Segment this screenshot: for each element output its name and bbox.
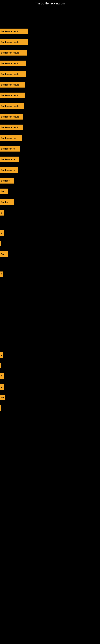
bar-row-24: |	[0, 363, 1, 368]
bar-row-23: B	[0, 352, 3, 358]
bottleneck-bar[interactable]: Bottleneck result	[0, 103, 24, 109]
bottleneck-bar[interactable]: B	[0, 384, 4, 390]
bar-label: Bottleneck result	[1, 105, 19, 107]
bar-row-9: Bottleneck result	[0, 114, 23, 120]
bar-row-14: Bottleneck re	[0, 167, 18, 173]
bar-label: B	[1, 354, 2, 356]
bar-label: Bottleneck result	[1, 126, 19, 128]
bar-row-18: B	[0, 210, 3, 216]
bar-row-8: Bottleneck result	[0, 103, 24, 109]
bar-label: Bottleneck result	[1, 62, 19, 64]
bottleneck-bar[interactable]: Bottleneck re	[0, 146, 20, 152]
bottleneck-bar[interactable]: Bottleneck result	[0, 28, 28, 34]
bottleneck-bar[interactable]: Bottleneck re	[0, 167, 18, 173]
bottleneck-bar[interactable]: |	[0, 241, 1, 246]
bottleneck-bar[interactable]: B	[0, 373, 3, 379]
bar-label: Bottlen	[1, 201, 8, 203]
bar-row-15: Bottlene	[0, 178, 14, 184]
bottleneck-bar[interactable]: |	[0, 363, 1, 368]
bar-label: |	[1, 407, 1, 409]
bottleneck-bar[interactable]: Bottleneck result	[0, 92, 25, 98]
bottleneck-bar[interactable]: B	[0, 272, 3, 277]
bottleneck-bar[interactable]: B	[0, 352, 3, 358]
bar-row-20: |	[0, 241, 1, 246]
bar-row-3: Bottleneck result	[0, 50, 27, 56]
bar-label: B	[1, 375, 2, 377]
bottleneck-bar[interactable]: Bottlene	[0, 178, 14, 184]
bar-row-12: Bottleneck re	[0, 146, 20, 152]
bar-label: B	[1, 232, 2, 234]
bar-label: Bottleneck re	[1, 158, 15, 160]
bar-label: Bo	[1, 396, 4, 399]
bar-label: Bottleneck result	[1, 116, 19, 118]
bottleneck-bar[interactable]: Bott	[0, 251, 8, 257]
bar-row-17: Bottlen	[0, 199, 14, 205]
bar-row-5: Bottleneck result	[0, 71, 26, 77]
bar-row-21: Bott	[0, 251, 8, 257]
bar-label: Bottleneck re	[1, 169, 15, 171]
bar-label: Bottleneck result	[1, 41, 19, 43]
bar-label: Bottlene	[1, 180, 10, 182]
bar-row-10: Bottleneck result	[0, 124, 23, 130]
bottleneck-bar[interactable]: Bottleneck result	[0, 82, 25, 88]
bar-row-27: Bo	[0, 395, 5, 400]
bar-row-13: Bottleneck re	[0, 156, 19, 162]
bottleneck-bar[interactable]: Bottleneck result	[0, 124, 23, 130]
bar-label: B	[1, 212, 2, 214]
bar-row-6: Bottleneck result	[0, 82, 25, 88]
bar-label: Bott	[1, 253, 5, 256]
bar-label: |	[1, 242, 1, 245]
bottleneck-bar[interactable]: Bottleneck result	[0, 71, 26, 77]
bar-row-19: B	[0, 230, 3, 236]
bar-label: Bottleneck result	[1, 52, 19, 54]
bottleneck-bar[interactable]: Bottleneck result	[0, 39, 28, 45]
bottleneck-bar[interactable]: Bottleneck result	[0, 50, 27, 56]
bar-label: B	[1, 386, 2, 388]
bar-label: Bottleneck res	[1, 137, 16, 139]
bar-row-1: Bottleneck result	[0, 28, 28, 34]
site-title: TheBottlenecker.com	[0, 0, 100, 7]
bar-row-16: Bot	[0, 188, 8, 194]
bar-row-2: Bottleneck result	[0, 39, 28, 45]
bottleneck-bar[interactable]: Bottleneck res	[0, 135, 22, 141]
bar-row-4: Bottleneck result	[0, 60, 26, 66]
bar-label: Bot	[1, 190, 4, 192]
bar-row-7: Bottleneck result	[0, 92, 25, 98]
bar-row-11: Bottleneck res	[0, 135, 22, 141]
bar-row-25: B	[0, 373, 3, 379]
bottleneck-bar[interactable]: Bo	[0, 395, 5, 400]
bar-label: |	[1, 364, 1, 367]
bar-label: Bottleneck result	[1, 84, 19, 86]
bar-label: Bottleneck result	[1, 30, 19, 32]
bar-label: Bottleneck re	[1, 148, 15, 150]
bar-label: Bottleneck result	[1, 73, 19, 75]
bottleneck-bar[interactable]: Bot	[0, 188, 8, 194]
bottleneck-bar[interactable]: B	[0, 230, 3, 236]
bar-row-28: |	[0, 405, 1, 411]
bottleneck-bar[interactable]: Bottlen	[0, 199, 14, 205]
bar-label: B	[1, 273, 2, 276]
bottleneck-bar[interactable]: |	[0, 405, 1, 411]
bar-row-26: B	[0, 384, 4, 390]
bottleneck-bar[interactable]: Bottleneck re	[0, 156, 19, 162]
bottleneck-bar[interactable]: Bottleneck result	[0, 60, 26, 66]
bottleneck-bar[interactable]: Bottleneck result	[0, 114, 23, 120]
bar-label: Bottleneck result	[1, 94, 19, 96]
bar-row-22: B	[0, 272, 3, 277]
bottleneck-bar[interactable]: B	[0, 210, 3, 216]
